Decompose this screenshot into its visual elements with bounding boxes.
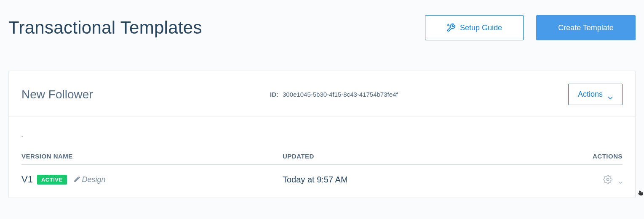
create-template-button[interactable]: Create Template [536,15,636,40]
tools-icon [446,23,456,32]
chevron-down-icon[interactable] [618,178,623,181]
template-id-value: 300e1045-5b30-4f15-8c43-41754b73fe4f [283,91,398,98]
svg-point-0 [607,178,609,181]
template-id-label: ID: [270,91,278,98]
template-id-section: ID: 300e1045-5b30-4f15-8c43-41754b73fe4f [270,91,568,98]
design-label: Design [82,175,106,184]
setup-guide-label: Setup Guide [460,24,502,32]
setup-guide-button[interactable]: Setup Guide [425,15,524,40]
header-buttons: Setup Guide Create Template [425,15,636,40]
version-name: V1 [21,174,33,185]
template-card-body: - VERSION NAME UPDATED ACTIONS V1 ACTIVE… [9,116,635,198]
template-card: New Follower ID: 300e1045-5b30-4f15-8c43… [8,71,636,198]
row-actions-cell [576,175,623,184]
table-row: V1 ACTIVE Design Today at 9:57 AM [21,165,623,185]
actions-label: Actions [578,90,603,99]
create-template-label: Create Template [558,24,614,32]
chevron-down-icon [608,93,613,96]
gear-icon[interactable] [603,175,612,184]
col-header-actions: ACTIONS [576,153,623,160]
template-card-header: New Follower ID: 300e1045-5b30-4f15-8c43… [9,71,635,116]
design-tag: Design [74,175,106,184]
hand-cursor-icon [636,190,644,198]
col-header-updated: UPDATED [283,153,576,160]
template-name: New Follower [21,88,270,101]
version-table-header: VERSION NAME UPDATED ACTIONS [21,153,623,165]
col-header-version-name: VERSION NAME [21,153,283,160]
version-name-cell: V1 ACTIVE Design [21,174,283,185]
actions-dropdown-button[interactable]: Actions [568,84,623,105]
collapse-marker: - [21,133,623,136]
page-title: Transactional Templates [8,18,202,38]
page-header: Transactional Templates Setup Guide Crea… [0,0,644,40]
pencil-icon [74,176,80,183]
status-badge: ACTIVE [37,175,67,185]
updated-value: Today at 9:57 AM [283,175,576,185]
